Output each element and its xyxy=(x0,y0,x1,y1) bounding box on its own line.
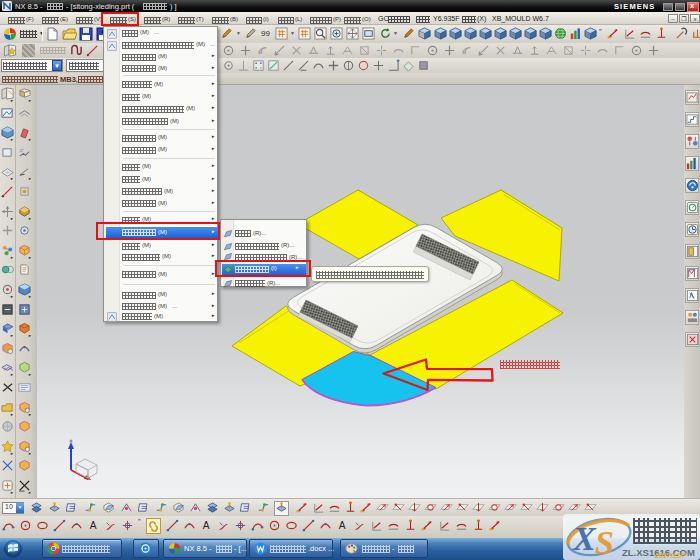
svg-text:S: S xyxy=(595,524,614,560)
svg-text:X: X xyxy=(572,520,597,557)
